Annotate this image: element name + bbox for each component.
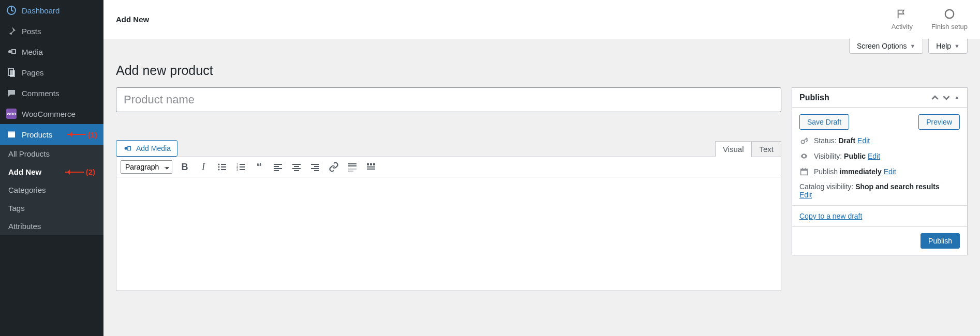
sidebar-item-woocommerce[interactable]: woo WooCommerce <box>0 103 103 124</box>
finish-setup-button[interactable]: Finish setup <box>931 8 968 30</box>
svg-text:3: 3 <box>236 168 239 171</box>
submenu-categories[interactable]: Categories <box>0 181 103 199</box>
svg-rect-20 <box>274 164 282 165</box>
svg-rect-44 <box>802 168 803 170</box>
submenu-add-new[interactable]: Add New (2) <box>0 163 103 181</box>
italic-button[interactable]: I <box>197 161 210 173</box>
submenu-attributes[interactable]: Attributes <box>0 217 103 235</box>
submenu-tags[interactable]: Tags <box>0 199 103 217</box>
numbered-list-button[interactable]: 123 <box>234 161 247 173</box>
edit-catalog-link[interactable]: Edit <box>799 191 812 199</box>
page-title: Add new product <box>116 63 968 78</box>
svg-rect-43 <box>801 169 808 171</box>
sidebar-item-products[interactable]: Products (1) <box>0 124 103 145</box>
svg-rect-15 <box>240 164 245 165</box>
svg-rect-11 <box>221 166 226 167</box>
bullet-list-button[interactable] <box>216 161 228 173</box>
editor-body[interactable] <box>116 177 781 291</box>
svg-rect-24 <box>292 164 301 165</box>
svg-rect-13 <box>221 169 226 170</box>
svg-rect-22 <box>274 168 282 169</box>
tab-visual[interactable]: Visual <box>715 141 752 157</box>
align-center-button[interactable] <box>290 161 303 173</box>
publish-button[interactable]: Publish <box>920 233 960 249</box>
preview-button[interactable]: Preview <box>918 114 960 130</box>
align-left-button[interactable] <box>272 161 284 173</box>
products-icon <box>6 129 17 140</box>
publish-box: Publish ▲ Save Draft Preview <box>792 87 968 255</box>
svg-rect-26 <box>292 168 301 169</box>
format-select[interactable]: Paragraph <box>121 160 172 174</box>
edit-visibility-link[interactable]: Edit <box>868 152 880 160</box>
sidebar-item-dashboard[interactable]: Dashboard <box>0 0 103 21</box>
sidebar-label: WooCommerce <box>22 110 76 118</box>
edit-date-link[interactable]: Edit <box>884 167 896 176</box>
svg-point-1 <box>8 50 11 53</box>
svg-rect-27 <box>294 170 299 171</box>
activity-button[interactable]: Activity <box>892 8 913 30</box>
submenu-all-products[interactable]: All Products <box>0 145 103 163</box>
svg-point-7 <box>125 147 127 149</box>
sidebar-label: Media <box>22 48 43 56</box>
comments-icon <box>6 88 17 98</box>
sidebar-label: Products <box>22 130 52 139</box>
svg-rect-3 <box>10 70 15 77</box>
move-up-icon[interactable] <box>931 94 939 101</box>
svg-rect-36 <box>367 163 369 165</box>
help-tab[interactable]: Help▼ <box>928 39 968 54</box>
sidebar-label: Comments <box>22 89 60 98</box>
svg-rect-38 <box>373 163 375 165</box>
add-media-button[interactable]: Add Media <box>116 140 177 157</box>
toggle-panel-icon[interactable]: ▲ <box>954 94 960 101</box>
sidebar-item-comments[interactable]: Comments <box>0 83 103 103</box>
topbar-title: Add New <box>116 15 149 24</box>
annotation-1: (1) <box>67 130 97 139</box>
calendar-icon <box>799 167 809 176</box>
svg-rect-21 <box>274 166 279 167</box>
readmore-button[interactable] <box>346 161 359 173</box>
edit-status-link[interactable]: Edit <box>857 136 870 145</box>
svg-rect-19 <box>240 169 245 170</box>
key-icon <box>799 136 809 145</box>
dashboard-icon <box>6 5 17 16</box>
editor-toolbar: Paragraph B I 123 “ <box>116 157 781 177</box>
align-right-button[interactable] <box>309 161 321 173</box>
svg-rect-39 <box>367 166 375 167</box>
screen-options-tab[interactable]: Screen Options▼ <box>849 39 923 54</box>
copy-draft-link[interactable]: Copy to a new draft <box>799 212 862 220</box>
svg-rect-5 <box>8 131 15 132</box>
media-icon <box>6 47 17 57</box>
svg-rect-35 <box>348 171 353 172</box>
admin-sidebar: Dashboard Posts Media Pages Comments woo… <box>0 0 103 336</box>
bold-button[interactable]: B <box>179 161 191 173</box>
link-button[interactable] <box>328 161 340 173</box>
sidebar-label: Dashboard <box>22 6 60 15</box>
svg-rect-17 <box>240 166 245 167</box>
topbar: Add New Activity Finish setup <box>103 0 980 39</box>
svg-rect-32 <box>348 163 357 164</box>
toolbar-toggle-button[interactable] <box>365 161 377 173</box>
camera-icon <box>123 144 132 153</box>
svg-rect-9 <box>221 164 226 165</box>
tab-text[interactable]: Text <box>751 141 781 157</box>
product-name-input[interactable] <box>116 87 781 112</box>
svg-rect-33 <box>348 165 357 166</box>
sidebar-item-pages[interactable]: Pages <box>0 62 103 83</box>
svg-rect-45 <box>805 168 806 170</box>
svg-rect-28 <box>311 164 319 165</box>
svg-rect-40 <box>367 169 375 170</box>
sidebar-item-posts[interactable]: Posts <box>0 21 103 41</box>
svg-point-10 <box>218 166 220 168</box>
svg-rect-29 <box>314 166 319 167</box>
annotation-2: (2) <box>65 167 95 176</box>
move-down-icon[interactable] <box>943 94 950 101</box>
svg-point-8 <box>218 164 220 165</box>
svg-point-6 <box>945 10 954 19</box>
svg-rect-31 <box>314 170 319 171</box>
eye-icon <box>799 151 809 161</box>
save-draft-button[interactable]: Save Draft <box>799 114 849 130</box>
publish-box-title: Publish <box>799 93 829 102</box>
blockquote-button[interactable]: “ <box>253 161 265 173</box>
sidebar-item-media[interactable]: Media <box>0 41 103 62</box>
sidebar-submenu: All Products Add New (2) Categories Tags… <box>0 145 103 235</box>
